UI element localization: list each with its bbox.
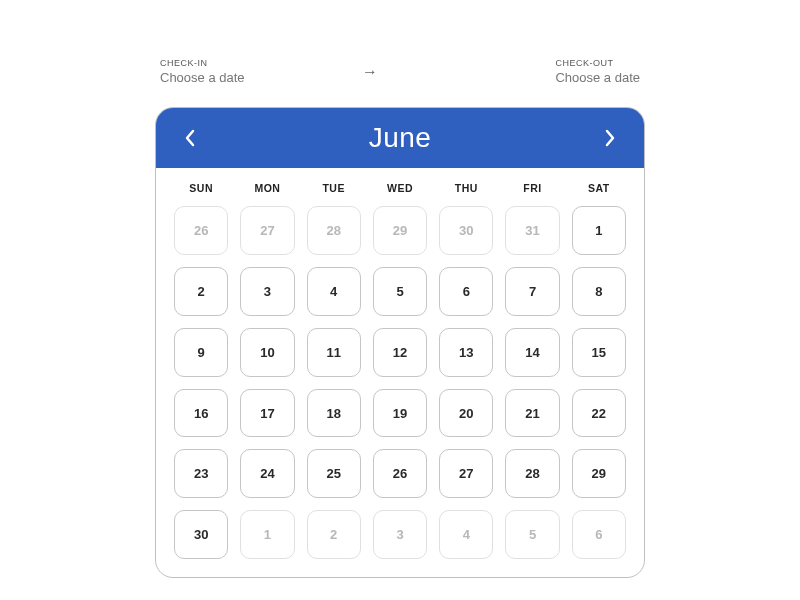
day-cell[interactable]: 9 — [174, 328, 228, 377]
month-title: June — [369, 122, 432, 154]
day-cell[interactable]: 15 — [572, 328, 626, 377]
calendar: June SUNMONTUEWEDTHUFRISAT 2627282930311… — [155, 107, 645, 578]
day-cell[interactable]: 14 — [505, 328, 559, 377]
weekday-label: TUE — [307, 182, 361, 194]
weekday-label: FRI — [505, 182, 559, 194]
day-cell[interactable]: 4 — [307, 267, 361, 316]
arrow-right-icon: → — [362, 63, 378, 81]
weekday-label: SUN — [174, 182, 228, 194]
day-cell[interactable]: 27 — [439, 449, 493, 498]
checkin-value: Choose a date — [160, 70, 245, 85]
checkin-label: CHECK-IN — [160, 58, 245, 68]
day-cell[interactable]: 26 — [373, 449, 427, 498]
day-cell[interactable]: 1 — [572, 206, 626, 255]
day-cell[interactable]: 2 — [174, 267, 228, 316]
calendar-header: June — [156, 108, 644, 168]
day-cell[interactable]: 30 — [439, 206, 493, 255]
day-cell[interactable]: 29 — [572, 449, 626, 498]
day-cell[interactable]: 11 — [307, 328, 361, 377]
day-cell[interactable]: 6 — [572, 510, 626, 559]
day-cell[interactable]: 30 — [174, 510, 228, 559]
day-cell[interactable]: 5 — [505, 510, 559, 559]
day-cell[interactable]: 20 — [439, 389, 493, 438]
day-cell[interactable]: 6 — [439, 267, 493, 316]
days-grid: 2627282930311234567891011121314151617181… — [174, 206, 626, 559]
checkout-label: CHECK-OUT — [555, 58, 640, 68]
day-cell[interactable]: 5 — [373, 267, 427, 316]
day-cell[interactable]: 12 — [373, 328, 427, 377]
day-cell[interactable]: 10 — [240, 328, 294, 377]
day-cell[interactable]: 13 — [439, 328, 493, 377]
chevron-left-icon — [183, 128, 197, 148]
day-cell[interactable]: 18 — [307, 389, 361, 438]
day-cell[interactable]: 3 — [373, 510, 427, 559]
weekday-label: SAT — [572, 182, 626, 194]
chevron-right-icon — [603, 128, 617, 148]
checkin-field[interactable]: CHECK-IN Choose a date — [160, 58, 245, 85]
prev-month-button[interactable] — [178, 126, 202, 150]
day-cell[interactable]: 21 — [505, 389, 559, 438]
day-cell[interactable]: 27 — [240, 206, 294, 255]
weekday-label: MON — [240, 182, 294, 194]
day-cell[interactable]: 16 — [174, 389, 228, 438]
next-month-button[interactable] — [598, 126, 622, 150]
checkout-field[interactable]: CHECK-OUT Choose a date — [555, 58, 640, 85]
day-cell[interactable]: 8 — [572, 267, 626, 316]
day-cell[interactable]: 29 — [373, 206, 427, 255]
day-cell[interactable]: 24 — [240, 449, 294, 498]
day-cell[interactable]: 7 — [505, 267, 559, 316]
day-cell[interactable]: 25 — [307, 449, 361, 498]
day-cell[interactable]: 1 — [240, 510, 294, 559]
day-cell[interactable]: 23 — [174, 449, 228, 498]
weekday-label: WED — [373, 182, 427, 194]
date-range-selector: CHECK-IN Choose a date → CHECK-OUT Choos… — [160, 58, 640, 85]
day-cell[interactable]: 26 — [174, 206, 228, 255]
day-cell[interactable]: 3 — [240, 267, 294, 316]
checkout-value: Choose a date — [555, 70, 640, 85]
day-cell[interactable]: 31 — [505, 206, 559, 255]
day-cell[interactable]: 4 — [439, 510, 493, 559]
day-cell[interactable]: 28 — [505, 449, 559, 498]
weekday-row: SUNMONTUEWEDTHUFRISAT — [174, 182, 626, 194]
day-cell[interactable]: 17 — [240, 389, 294, 438]
calendar-body: SUNMONTUEWEDTHUFRISAT 262728293031123456… — [156, 168, 644, 577]
day-cell[interactable]: 19 — [373, 389, 427, 438]
day-cell[interactable]: 28 — [307, 206, 361, 255]
day-cell[interactable]: 2 — [307, 510, 361, 559]
weekday-label: THU — [439, 182, 493, 194]
day-cell[interactable]: 22 — [572, 389, 626, 438]
